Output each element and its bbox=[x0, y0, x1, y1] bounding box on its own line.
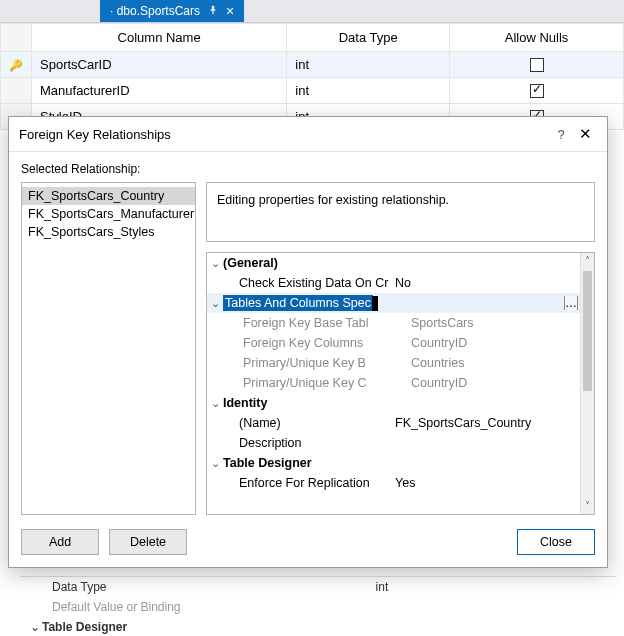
dialog-titlebar: Foreign Key Relationships ? ✕ bbox=[9, 117, 607, 152]
pin-icon[interactable] bbox=[208, 4, 218, 18]
chevron-down-icon[interactable]: ⌄ bbox=[207, 257, 223, 270]
col-header-nulls[interactable]: Allow Nulls bbox=[450, 24, 624, 52]
cell-type[interactable]: int bbox=[287, 52, 450, 78]
prop-key: Primary/Unique Key C bbox=[239, 376, 407, 390]
cell-name[interactable]: ManufacturerID bbox=[32, 78, 287, 104]
allow-nulls-checkbox[interactable] bbox=[530, 58, 544, 72]
prop-key: Primary/Unique Key B bbox=[239, 356, 407, 370]
scroll-down-icon[interactable]: ˅ bbox=[581, 498, 594, 514]
close-icon[interactable]: ✕ bbox=[573, 125, 597, 143]
prop-val: Countries bbox=[407, 356, 580, 370]
close-icon[interactable]: × bbox=[226, 4, 234, 18]
description-box: Editing properties for existing relation… bbox=[206, 182, 595, 242]
prop-key[interactable]: Check Existing Data On Cr bbox=[223, 276, 391, 290]
foreign-key-dialog: Foreign Key Relationships ? ✕ Selected R… bbox=[8, 116, 608, 568]
prop-group: Identity bbox=[223, 396, 391, 410]
table-designer-window: · dbo.SportsCars × Column Name Data Type… bbox=[0, 0, 624, 130]
prop-val[interactable]: No bbox=[391, 276, 580, 290]
delete-button[interactable]: Delete bbox=[109, 529, 187, 555]
prop-key: Data Type bbox=[30, 580, 376, 594]
list-item[interactable]: FK_SportsCars_Manufacturer bbox=[22, 205, 195, 223]
col-header-type[interactable]: Data Type bbox=[287, 24, 450, 52]
prop-key[interactable]: Enforce For Replication bbox=[223, 476, 391, 490]
prop-val[interactable]: FK_SportsCars_Country bbox=[391, 416, 580, 430]
dialog-title: Foreign Key Relationships bbox=[19, 127, 549, 142]
scrollbar[interactable]: ˄ ˅ bbox=[580, 253, 594, 514]
help-button[interactable]: ? bbox=[549, 127, 573, 142]
close-button[interactable]: Close bbox=[517, 529, 595, 555]
scroll-thumb[interactable] bbox=[583, 271, 592, 391]
prop-val: CountryID bbox=[407, 376, 580, 390]
cell-name[interactable]: SportsCarID bbox=[32, 52, 287, 78]
list-item[interactable]: FK_SportsCars_Styles bbox=[22, 223, 195, 241]
prop-group: (General) bbox=[223, 256, 391, 270]
tab-sportscars[interactable]: · dbo.SportsCars × bbox=[100, 0, 244, 22]
columns-grid[interactable]: Column Name Data Type Allow Nulls 🔑 Spor… bbox=[0, 23, 624, 130]
prop-key[interactable]: Tables And Columns Spec bbox=[223, 295, 391, 311]
col-header-name[interactable]: Column Name bbox=[32, 24, 287, 52]
list-item[interactable]: FK_SportsCars_Country bbox=[22, 187, 195, 205]
chevron-down-icon[interactable]: ⌄ bbox=[207, 397, 223, 410]
tab-strip: · dbo.SportsCars × bbox=[0, 0, 624, 23]
prop-key: Foreign Key Columns bbox=[239, 336, 407, 350]
dialog-footer: Add Delete Close bbox=[9, 521, 607, 567]
ellipsis-button[interactable]: … bbox=[564, 296, 578, 310]
property-grid[interactable]: ⌄(General) Check Existing Data On CrNo ⌄… bbox=[206, 252, 595, 515]
chevron-down-icon[interactable]: ⌄ bbox=[207, 457, 223, 470]
prop-group: Table Designer bbox=[42, 620, 388, 634]
prop-val[interactable]: Yes bbox=[391, 476, 580, 490]
chevron-down-icon[interactable]: ⌄ bbox=[207, 297, 223, 310]
prop-key[interactable]: (Name) bbox=[223, 416, 391, 430]
cell-type[interactable]: int bbox=[287, 78, 450, 104]
prop-key[interactable]: Description bbox=[223, 436, 391, 450]
prop-key: Foreign Key Base Tabl bbox=[239, 316, 407, 330]
scroll-up-icon[interactable]: ˄ bbox=[581, 253, 594, 269]
selected-relationship-label: Selected Relationship: bbox=[21, 162, 595, 176]
prop-val bbox=[376, 600, 606, 614]
add-button[interactable]: Add bbox=[21, 529, 99, 555]
table-row[interactable]: 🔑 SportsCarID int bbox=[1, 52, 624, 78]
prop-group: Table Designer bbox=[223, 456, 391, 470]
key-icon: 🔑 bbox=[9, 59, 23, 71]
prop-val: SportsCars bbox=[407, 316, 580, 330]
chevron-down-icon[interactable]: ⌄ bbox=[30, 620, 42, 634]
table-row[interactable]: ManufacturerID int bbox=[1, 78, 624, 104]
prop-key: Default Value or Binding bbox=[30, 600, 376, 614]
prop-val: CountryID bbox=[407, 336, 580, 350]
prop-val: int bbox=[376, 580, 606, 594]
allow-nulls-checkbox[interactable] bbox=[530, 84, 544, 98]
relationship-list[interactable]: FK_SportsCars_Country FK_SportsCars_Manu… bbox=[21, 182, 196, 515]
row-header-col bbox=[1, 24, 32, 52]
column-properties: Data Typeint Default Value or Binding ⌄T… bbox=[20, 576, 616, 636]
tab-title: · dbo.SportsCars bbox=[110, 4, 200, 18]
